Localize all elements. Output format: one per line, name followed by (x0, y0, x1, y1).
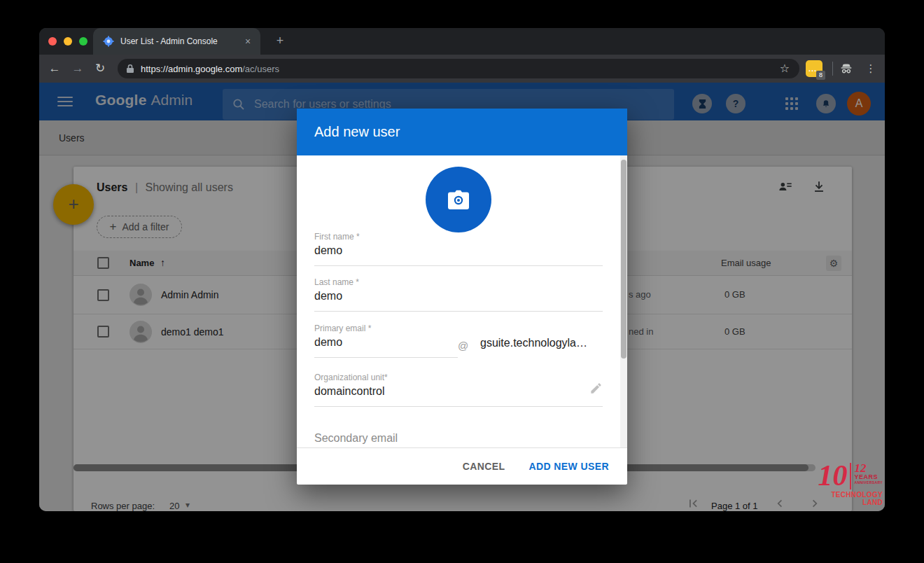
address-bar[interactable]: https://admin.google.com/ac/users (118, 59, 799, 78)
browser-menu-icon[interactable]: ⋮ (862, 60, 879, 77)
first-name-label: First name * (314, 232, 360, 242)
first-name-underline (314, 265, 603, 266)
extension-badge: 8 (816, 71, 825, 80)
primary-email-underline (314, 357, 458, 358)
edit-pencil-icon[interactable] (589, 382, 603, 395)
dialog-scrollbar-thumb[interactable] (621, 160, 626, 359)
dialog-footer: CANCEL ADD NEW USER (297, 447, 627, 485)
tab-favicon-icon (103, 36, 114, 47)
window-controls (48, 37, 88, 46)
watermark-anniversary: ANNIVERSARY (854, 480, 883, 485)
watermark-years: YEARS (854, 473, 878, 480)
extension-icon[interactable]: ... 8 (806, 60, 822, 77)
zoom-window-button[interactable] (79, 37, 88, 46)
url-host: https://admin.google.com (141, 64, 242, 74)
tab-title: User List - Admin Console (120, 36, 242, 46)
minimize-window-button[interactable] (64, 37, 72, 46)
org-unit-underline (314, 406, 603, 407)
last-name-underline (314, 311, 603, 312)
bookmark-star-icon[interactable]: ☆ (776, 60, 793, 77)
tab-close-icon[interactable]: × (242, 36, 253, 47)
at-sign: @ (458, 340, 468, 352)
last-name-label: Last name * (314, 277, 359, 287)
org-unit-field[interactable] (314, 385, 603, 398)
tab-bar: User List - Admin Console × + (39, 28, 885, 55)
close-window-button[interactable] (48, 37, 57, 46)
technology-land-watermark: 10 12 YEARS ANNIVERSARY TECHNOLOGY LAND (813, 461, 883, 506)
toolbar-divider (832, 62, 833, 76)
org-unit-label: Organizational unit* (314, 373, 388, 382)
primary-email-field[interactable] (314, 336, 454, 349)
cancel-button[interactable]: CANCEL (463, 461, 505, 472)
email-domain[interactable]: gsuite.technologyla… (480, 337, 587, 349)
last-name-field[interactable] (314, 290, 603, 303)
back-icon[interactable]: ← (46, 60, 63, 77)
dialog-header: Add new user (297, 109, 627, 155)
incognito-icon[interactable] (838, 60, 855, 77)
camera-icon (447, 189, 470, 210)
watermark-divider (850, 463, 851, 489)
url-path: /ac/users (242, 64, 279, 74)
first-name-field[interactable] (314, 244, 603, 257)
watermark-10: 10 (818, 461, 847, 489)
new-tab-button[interactable]: + (272, 33, 288, 50)
browser-toolbar: ← → ↻ https://admin.google.com/ac/users … (39, 55, 885, 83)
forward-icon[interactable]: → (69, 60, 86, 77)
lock-icon (126, 64, 134, 74)
browser-window: User List - Admin Console × + ← → ↻ http… (39, 28, 885, 511)
browser-tab[interactable]: User List - Admin Console × (93, 28, 260, 55)
page-viewport: GoogleAdmin ? A Users U (39, 83, 885, 511)
dialog-title: Add new user (314, 109, 400, 155)
add-new-user-button[interactable]: ADD NEW USER (529, 461, 609, 472)
secondary-email-label[interactable]: Secondary email (314, 432, 398, 445)
reload-icon[interactable]: ↻ (92, 60, 108, 77)
upload-photo-button[interactable] (426, 167, 491, 232)
primary-email-label: Primary email * (314, 324, 371, 333)
watermark-12: 12 (854, 463, 866, 473)
add-new-user-dialog: Add new user First name * Last name * Pr… (297, 109, 627, 485)
watermark-brand: TECHNOLOGY LAND (813, 491, 883, 506)
